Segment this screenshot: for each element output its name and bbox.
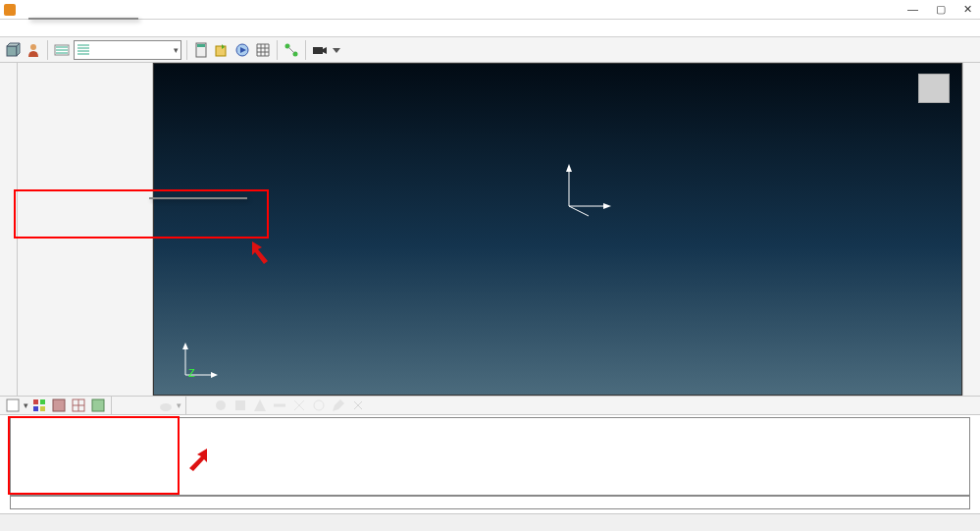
- toolbar-sep: [47, 40, 48, 60]
- command-window[interactable]: [10, 417, 970, 496]
- strategy-combo[interactable]: ▾: [74, 40, 181, 60]
- svg-rect-36: [235, 400, 245, 410]
- svg-rect-0: [7, 46, 17, 56]
- svg-marker-14: [333, 48, 340, 53]
- tool-e-icon[interactable]: [290, 397, 308, 414]
- annotation-arrow-icon: [181, 447, 209, 476]
- axes-gizmo-center: [559, 162, 618, 223]
- viewport-3d[interactable]: Z: [153, 63, 962, 396]
- toolbar-sep: [277, 40, 278, 60]
- cube-icon[interactable]: [4, 41, 22, 59]
- chevron-down-icon: ▾: [174, 45, 179, 55]
- calculator-icon[interactable]: [192, 41, 210, 59]
- maximize-button[interactable]: ▢: [936, 3, 946, 16]
- toolbar-sep: [305, 40, 306, 60]
- svg-rect-30: [40, 406, 45, 411]
- svg-point-35: [216, 400, 226, 410]
- chevron-down-icon[interactable]: [332, 41, 341, 59]
- parallel-finishing-icon: [77, 43, 90, 57]
- grid-icon[interactable]: [254, 41, 272, 59]
- cloud-icon[interactable]: [157, 397, 175, 414]
- annotation-arrow-icon: [250, 239, 278, 269]
- svg-marker-18: [603, 203, 611, 209]
- menu-bar: [0, 20, 980, 37]
- toolbar-sep: [185, 396, 186, 415]
- svg-text:Z: Z: [188, 367, 195, 379]
- view-menu-dropdown[interactable]: [28, 18, 138, 20]
- svg-rect-6: [197, 44, 205, 47]
- command-input-bar[interactable]: [10, 496, 970, 509]
- svg-line-19: [569, 206, 589, 216]
- person-icon[interactable]: [25, 41, 42, 59]
- connect-icon[interactable]: [283, 41, 300, 59]
- svg-rect-28: [40, 399, 45, 404]
- explorer-icon[interactable]: [4, 397, 22, 414]
- minimize-button[interactable]: —: [907, 3, 918, 16]
- view-cube[interactable]: [918, 74, 950, 103]
- svg-marker-2: [17, 43, 20, 56]
- output-icon[interactable]: [213, 41, 231, 59]
- shade2-icon[interactable]: [89, 397, 107, 414]
- left-toolbar: [0, 63, 18, 396]
- svg-marker-21: [182, 343, 188, 349]
- simulate-icon[interactable]: [233, 41, 251, 59]
- svg-point-38: [314, 400, 324, 410]
- svg-marker-37: [254, 399, 266, 411]
- close-icon[interactable]: [349, 397, 367, 414]
- axes-gizmo-corner: Z: [174, 338, 223, 385]
- svg-marker-25: [252, 241, 268, 264]
- dialogs-submenu[interactable]: [149, 197, 247, 199]
- color-pick-icon[interactable]: [30, 397, 48, 414]
- svg-marker-13: [323, 47, 327, 54]
- svg-rect-27: [33, 399, 38, 404]
- title-bar: — ▢ ✕: [0, 0, 980, 20]
- svg-rect-33: [92, 399, 104, 411]
- shade-icon[interactable]: [50, 397, 68, 414]
- tool-c-icon[interactable]: [251, 397, 269, 414]
- svg-rect-7: [216, 46, 226, 56]
- status-bar: [0, 513, 980, 531]
- tool-d-icon[interactable]: [271, 397, 288, 414]
- svg-rect-29: [33, 406, 38, 411]
- close-button[interactable]: ✕: [963, 3, 972, 16]
- lower-toolbar: ▾ ▾: [0, 396, 980, 415]
- explorer-panel: [18, 63, 153, 396]
- strategy-icon[interactable]: [53, 41, 71, 59]
- tool-a-icon[interactable]: [212, 397, 230, 414]
- wire-icon[interactable]: [70, 397, 87, 414]
- toolbar-sep: [111, 396, 112, 415]
- svg-point-34: [160, 403, 172, 411]
- toolbar-sep: [186, 40, 187, 60]
- tool-b-icon[interactable]: [232, 397, 249, 414]
- right-toolbar: [962, 63, 980, 396]
- pencil-icon[interactable]: [330, 397, 347, 414]
- workspace: Z: [0, 63, 980, 396]
- svg-point-3: [30, 44, 36, 50]
- svg-rect-31: [53, 399, 65, 411]
- svg-marker-16: [566, 164, 572, 172]
- camera-icon[interactable]: [311, 41, 329, 59]
- chevron-down-icon[interactable]: ▾: [177, 400, 181, 410]
- main-toolbar: ▾: [0, 37, 980, 63]
- chevron-down-icon[interactable]: ▾: [24, 400, 28, 410]
- svg-marker-23: [211, 372, 218, 378]
- app-logo-icon: [4, 4, 16, 16]
- svg-rect-12: [313, 47, 323, 54]
- svg-marker-39: [189, 449, 207, 471]
- svg-rect-26: [7, 399, 19, 411]
- tool-f-icon[interactable]: [310, 397, 328, 414]
